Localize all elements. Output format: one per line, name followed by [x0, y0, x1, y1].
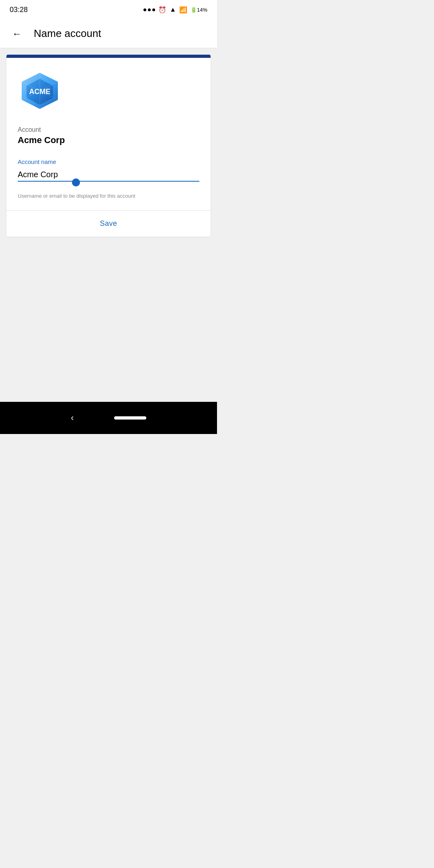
account-name-input[interactable]	[18, 168, 199, 182]
signal-dots	[143, 8, 155, 11]
status-bar: 03:28 ⏰ ▲ 📶 🔋14%	[0, 0, 217, 19]
acme-logo: ACME	[18, 71, 62, 115]
page-title: Name account	[34, 27, 101, 40]
status-time: 03:28	[10, 6, 28, 14]
status-icons: ⏰ ▲ 📶 🔋14%	[143, 6, 207, 14]
card-accent-bar	[6, 55, 211, 58]
nav-back-button[interactable]: ‹	[71, 413, 74, 423]
input-hint: Username or email to be displayed for th…	[18, 193, 199, 199]
svg-text:ACME: ACME	[29, 88, 51, 96]
save-button[interactable]: Save	[6, 211, 211, 237]
alarm-icon: ⏰	[158, 6, 166, 14]
account-name-display: Acme Corp	[18, 135, 199, 145]
input-wrapper	[18, 168, 199, 182]
input-label: Account name	[18, 158, 199, 165]
account-label: Account	[18, 126, 199, 133]
card-body: ACME Account Acme Corp Account name User…	[6, 58, 211, 199]
save-button-label: Save	[100, 219, 117, 227]
logo-container: ACME	[18, 71, 199, 117]
battery-icon: 🔋14%	[190, 7, 207, 13]
app-bar: ← Name account	[0, 19, 217, 48]
cursor-bubble	[72, 178, 80, 186]
signal-icon: 📶	[179, 6, 187, 14]
account-card: ACME Account Acme Corp Account name User…	[6, 55, 211, 237]
back-button[interactable]: ←	[8, 25, 26, 43]
nav-bar: ‹	[0, 402, 217, 434]
nav-home-indicator[interactable]	[114, 416, 146, 420]
back-arrow-icon: ←	[12, 28, 22, 39]
wifi-icon: ▲	[170, 6, 176, 13]
main-content: ACME Account Acme Corp Account name User…	[0, 48, 217, 243]
